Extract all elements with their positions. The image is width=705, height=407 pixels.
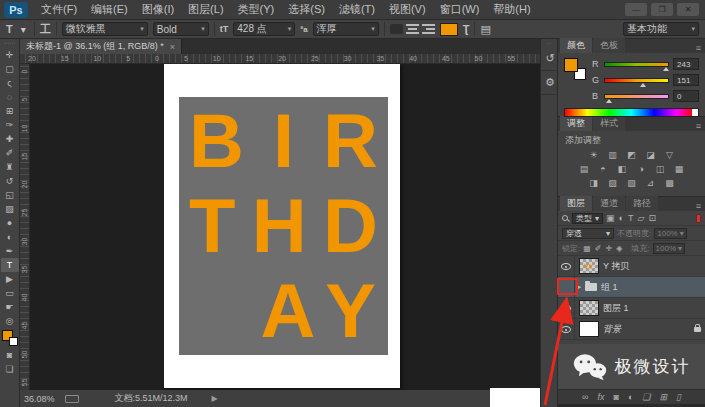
- layer-thumbnail[interactable]: YY: [579, 258, 599, 274]
- document-tab[interactable]: 未标题-1 @ 36.1% (组 1, RGB/8) * ×: [20, 39, 182, 54]
- menu-item[interactable]: 帮助(H): [486, 3, 537, 15]
- align-center-icon[interactable]: [406, 24, 419, 34]
- slider-marker[interactable]: [663, 67, 669, 71]
- gradient-map-icon[interactable]: ▩: [663, 177, 677, 189]
- tab-layers[interactable]: 图层: [560, 196, 592, 211]
- tab-adjustments[interactable]: 调整: [560, 116, 592, 131]
- maximize-button[interactable]: ❐: [651, 3, 673, 16]
- crop-tool[interactable]: ⊞: [1, 104, 19, 118]
- tab-paths[interactable]: 路径: [626, 196, 658, 211]
- threshold-icon[interactable]: ▧: [625, 177, 639, 189]
- vibrance-icon[interactable]: ▽: [663, 149, 677, 161]
- layer-row[interactable]: 图层 1: [558, 298, 705, 319]
- tool-preset-caret-icon[interactable]: ▾: [18, 22, 29, 36]
- channel-slider[interactable]: [604, 94, 669, 99]
- menu-item[interactable]: 滤镜(T): [332, 3, 382, 15]
- align-left-icon[interactable]: [390, 24, 403, 34]
- document-page[interactable]: BIR THD AY: [164, 64, 400, 388]
- exposure-icon[interactable]: ◪: [644, 149, 658, 161]
- filter-type-select[interactable]: 类型 ▾: [572, 213, 603, 224]
- layer-name[interactable]: 图层 1: [603, 302, 701, 315]
- font-family-select[interactable]: 微软雅黑 ▾: [62, 22, 148, 36]
- marquee-tool[interactable]: ▢: [1, 62, 19, 76]
- foreground-background-swatches[interactable]: [2, 330, 18, 346]
- layer-row[interactable]: ▸ 组 1: [558, 277, 705, 298]
- font-style-select[interactable]: Bold ▾: [153, 22, 209, 36]
- panel-menu-icon[interactable]: ≡: [696, 201, 705, 211]
- black-white-icon[interactable]: ◧: [615, 163, 629, 175]
- pen-tool[interactable]: ✒: [1, 244, 19, 258]
- tab-channels[interactable]: 通道: [593, 196, 625, 211]
- status-flyout-icon[interactable]: ▶: [212, 394, 218, 403]
- screen-mode-icon[interactable]: ❏: [1, 362, 19, 376]
- layer-name[interactable]: 组 1: [601, 281, 701, 294]
- new-layer-icon[interactable]: ⊞: [659, 392, 667, 402]
- tab-styles[interactable]: 样式: [593, 116, 625, 131]
- eyedropper-tool[interactable]: ✑: [1, 118, 19, 132]
- blur-tool[interactable]: ●: [1, 216, 19, 230]
- channel-mixer-icon[interactable]: ◫: [653, 163, 667, 175]
- blend-mode-select[interactable]: 穿透 ▾: [562, 228, 614, 239]
- spectrum-white-cap[interactable]: [692, 109, 698, 116]
- quick-mask-icon[interactable]: ◙: [1, 348, 19, 362]
- quick-selection-tool[interactable]: ◌: [1, 90, 19, 104]
- layer-thumbnail[interactable]: [579, 321, 599, 337]
- invert-icon[interactable]: ◨: [587, 177, 601, 189]
- font-size-select[interactable]: 428 点 ▾: [233, 22, 295, 36]
- filter-shape-layers-icon[interactable]: ▱: [637, 213, 644, 223]
- brightness-contrast-icon[interactable]: ☀: [587, 149, 601, 161]
- menu-item[interactable]: 图像(I): [135, 3, 181, 15]
- shape-tool[interactable]: ▭: [1, 286, 19, 300]
- foreground-color-swatch[interactable]: [564, 58, 578, 72]
- channel-slider[interactable]: [604, 62, 669, 67]
- brush-tool[interactable]: ✐: [1, 146, 19, 160]
- color-spectrum-ramp[interactable]: [564, 108, 699, 117]
- layer-mask-icon[interactable]: ◙: [613, 392, 618, 402]
- zoom-level[interactable]: 36.08%: [24, 394, 55, 404]
- menu-item[interactable]: 选择(S): [281, 3, 332, 15]
- filter-toggle-icon[interactable]: [696, 214, 701, 223]
- properties-panel-icon[interactable]: ⚙: [541, 71, 559, 95]
- dock-grip[interactable]: ⋯: [541, 39, 557, 47]
- dodge-tool[interactable]: ◐: [1, 230, 19, 244]
- close-button[interactable]: ✕: [677, 3, 699, 16]
- filter-adjustment-layers-icon[interactable]: ◐: [619, 213, 624, 223]
- photo-filter-icon[interactable]: ◑: [634, 163, 648, 175]
- visibility-toggle[interactable]: [558, 298, 575, 319]
- channel-value-field[interactable]: 0: [673, 90, 699, 102]
- align-right-icon[interactable]: [422, 24, 435, 34]
- menu-item[interactable]: 类型(Y): [231, 3, 282, 15]
- type-tool-preset-icon[interactable]: T: [6, 23, 13, 35]
- gradient-tool[interactable]: ▨: [1, 202, 19, 216]
- channel-value-field[interactable]: 243: [673, 58, 699, 70]
- type-tool[interactable]: T: [1, 258, 19, 272]
- hand-tool[interactable]: ☛: [1, 300, 19, 314]
- channel-value-field[interactable]: 151: [673, 74, 699, 86]
- minimize-button[interactable]: —: [625, 3, 647, 16]
- text-orientation-icon[interactable]: 工: [40, 22, 51, 37]
- menu-item[interactable]: 文件(F): [34, 3, 84, 15]
- fill-field[interactable]: 100% ▾: [653, 243, 685, 254]
- visibility-toggle[interactable]: [558, 319, 575, 340]
- clone-stamp-tool[interactable]: ♜: [1, 160, 19, 174]
- toggle-panels-icon[interactable]: ▤: [480, 23, 490, 36]
- layer-thumbnail[interactable]: [579, 300, 599, 316]
- panel-menu-icon[interactable]: ≡: [696, 121, 705, 131]
- selective-color-icon[interactable]: ⊿: [644, 177, 658, 189]
- channel-slider[interactable]: [604, 78, 669, 83]
- opacity-field[interactable]: 100% ▾: [654, 228, 686, 239]
- warp-text-icon[interactable]: Ʈ: [463, 23, 470, 35]
- menu-item[interactable]: 图层(L): [181, 3, 230, 15]
- zoom-tool[interactable]: ◎: [1, 314, 19, 328]
- background-color-swatch[interactable]: [9, 337, 18, 346]
- posterize-icon[interactable]: ▨: [606, 177, 620, 189]
- filter-type-layers-icon[interactable]: T: [628, 213, 634, 223]
- move-tool[interactable]: ✛: [1, 48, 19, 62]
- foreground-background-swatches[interactable]: [564, 58, 586, 80]
- close-icon[interactable]: ×: [170, 42, 175, 52]
- history-panel-icon[interactable]: ↺: [541, 47, 559, 71]
- lock-transparency-icon[interactable]: ▦: [583, 244, 591, 253]
- filter-smart-objects-icon[interactable]: ⊡: [648, 213, 656, 223]
- layer-style-icon[interactable]: fx: [597, 392, 604, 402]
- canvas-area[interactable]: BIR THD AY: [30, 64, 556, 390]
